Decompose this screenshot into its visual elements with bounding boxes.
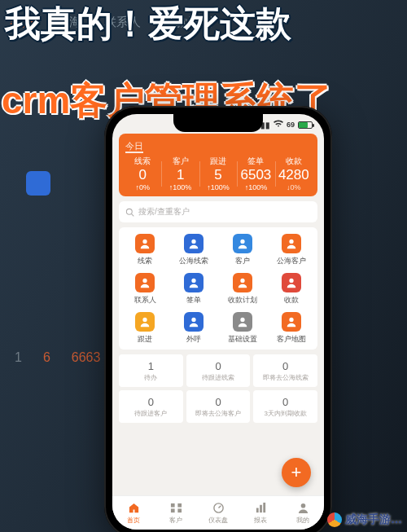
- stat-4[interactable]: 收款4280↓0%: [275, 156, 313, 191]
- tab-label: 客户: [169, 516, 182, 525]
- tab-me[interactable]: 我的: [282, 496, 324, 530]
- card-label: 待跟进客户: [120, 409, 182, 418]
- watermark-logo-icon: [327, 512, 342, 527]
- tab-dashboard[interactable]: 仪表盘: [197, 496, 239, 530]
- card-label: 待办: [120, 373, 182, 382]
- sea-leads-icon: [184, 234, 204, 253]
- app-sea-leads[interactable]: 公海线索: [169, 234, 218, 266]
- app-label: 客户地图: [267, 334, 316, 345]
- stat-label: 签单: [237, 156, 274, 167]
- contacts-icon: [135, 273, 155, 292]
- svg-point-9: [289, 279, 293, 283]
- stat-delta: ↑0%: [124, 183, 161, 191]
- svg-point-6: [142, 279, 147, 283]
- phone-screen: ▮▮▮ 69 今日 线索0↑0%客户1↑100%跟进5↑100%签单6503↑1…: [112, 114, 324, 530]
- app-label: 跟进: [120, 334, 169, 345]
- card-value: 0: [255, 396, 316, 408]
- app-label: 联系人: [120, 295, 169, 306]
- dashboard-icon: [212, 502, 225, 515]
- sea-customers-icon: [282, 234, 301, 253]
- stat-value: 1: [161, 167, 199, 183]
- cust-map-icon: [282, 312, 301, 332]
- search-icon: [125, 208, 134, 217]
- tab-home[interactable]: 首页: [112, 496, 155, 530]
- orders-icon: [184, 273, 204, 292]
- tab-label: 仪表盘: [208, 516, 228, 525]
- card-0[interactable]: 1待办: [119, 354, 183, 387]
- card-1[interactable]: 0待跟进线索: [186, 354, 251, 387]
- app-label: 签单: [169, 295, 218, 306]
- watermark: 威海手游…: [327, 512, 402, 527]
- stat-0[interactable]: 线索0↑0%: [124, 156, 161, 191]
- app-label: 基础设置: [218, 334, 267, 345]
- card-label: 3天内到期收款: [255, 409, 316, 418]
- svg-rect-16: [170, 508, 174, 512]
- card-label: 待跟进线索: [188, 373, 249, 382]
- svg-point-5: [289, 240, 293, 244]
- svg-rect-20: [260, 505, 262, 512]
- app-sea-customers[interactable]: 公海客户: [267, 234, 316, 266]
- stat-value: 6503: [237, 167, 274, 183]
- settings-icon: [233, 312, 252, 332]
- app-label: 线索: [120, 256, 169, 266]
- stat-1[interactable]: 客户1↑100%: [161, 156, 199, 191]
- app-followup[interactable]: 跟进: [120, 312, 169, 345]
- app-cust-map[interactable]: 客户地图: [267, 312, 316, 345]
- tab-customers[interactable]: 客户: [155, 496, 197, 530]
- customers-icon: [169, 502, 182, 515]
- panel-date-tabs[interactable]: 今日: [124, 140, 313, 152]
- stat-delta: ↑100%: [237, 183, 274, 191]
- watermark-text: 威海手游…: [345, 512, 402, 527]
- stat-label: 客户: [161, 156, 199, 167]
- card-label: 即将去公海线索: [255, 373, 316, 382]
- app-orders[interactable]: 签单: [169, 273, 218, 306]
- card-value: 0: [255, 360, 316, 372]
- app-customers[interactable]: 客户: [218, 234, 267, 266]
- fab-add-button[interactable]: +: [282, 458, 311, 487]
- stat-delta: ↑100%: [199, 183, 237, 191]
- app-outbound[interactable]: 外呼: [169, 312, 218, 345]
- followup-icon: [135, 312, 155, 332]
- svg-line-1: [132, 213, 134, 216]
- app-leads[interactable]: 线索: [120, 234, 169, 266]
- svg-point-4: [240, 240, 244, 244]
- app-contacts[interactable]: 联系人: [120, 273, 169, 306]
- stat-delta: ↑100%: [161, 183, 199, 191]
- recv-plan-icon: [233, 273, 252, 292]
- svg-point-10: [142, 318, 147, 322]
- svg-point-11: [191, 318, 195, 322]
- tab-label: 报表: [254, 516, 267, 525]
- stat-3[interactable]: 签单6503↑100%: [237, 156, 274, 191]
- search-placeholder: 搜索/查重客户: [138, 206, 190, 218]
- card-4[interactable]: 0即将去公海客户: [186, 390, 251, 423]
- svg-rect-19: [256, 508, 258, 513]
- svg-point-13: [289, 318, 293, 322]
- tab-today[interactable]: 今日: [125, 141, 143, 153]
- card-value: 1: [120, 360, 182, 372]
- today-stats-panel: 今日 线索0↑0%客户1↑100%跟进5↑100%签单6503↑100%收款42…: [119, 134, 317, 196]
- app-label: 收款计划: [218, 295, 267, 306]
- card-2[interactable]: 0即将去公海线索: [253, 354, 317, 387]
- card-5[interactable]: 03天内到期收款: [253, 390, 317, 423]
- home-icon: [127, 502, 140, 515]
- svg-point-8: [240, 279, 244, 283]
- battery-percent: 69: [287, 121, 295, 129]
- wifi-icon: [274, 120, 283, 130]
- battery-icon: [298, 121, 313, 129]
- svg-point-7: [191, 279, 195, 283]
- search-input[interactable]: 搜索/查重客户: [119, 201, 317, 222]
- stat-value: 5: [199, 167, 237, 183]
- phone-notch: [173, 114, 263, 132]
- stat-value: 0: [124, 167, 161, 183]
- stat-label: 线索: [124, 156, 161, 167]
- tab-reports[interactable]: 报表: [239, 496, 282, 530]
- receipt-icon: [282, 273, 301, 292]
- app-recv-plan[interactable]: 收款计划: [218, 273, 267, 306]
- card-3[interactable]: 0待跟进客户: [119, 390, 183, 423]
- app-receipt[interactable]: 收款: [267, 273, 316, 306]
- app-settings[interactable]: 基础设置: [218, 312, 267, 345]
- card-label: 即将去公海客户: [188, 409, 249, 418]
- stat-2[interactable]: 跟进5↑100%: [199, 156, 237, 191]
- tab-label: 首页: [127, 516, 140, 525]
- feature-grid: 线索公海线索客户公海客户联系人签单收款计划收款跟进外呼基础设置客户地图: [119, 227, 317, 350]
